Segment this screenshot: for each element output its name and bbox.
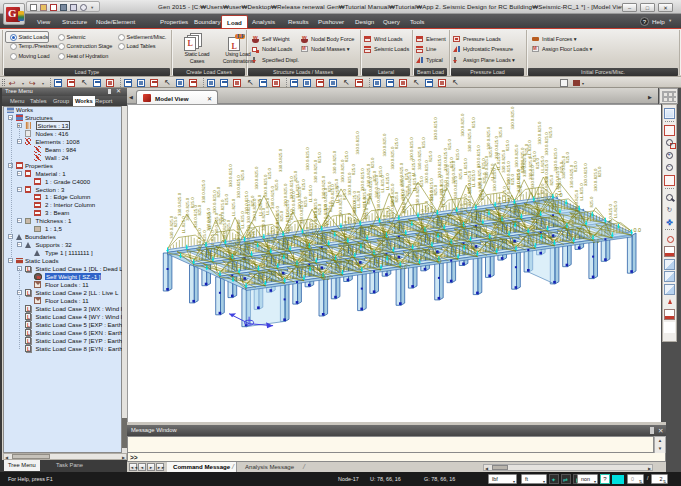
svg-text:330.0-825.0: 330.0-825.0: [322, 175, 327, 199]
svg-text:330.0-825.0: 330.0-825.0: [278, 148, 283, 172]
svg-text:LL-825.0: LL-825.0: [540, 183, 545, 201]
svg-text:825.0: 825.0: [303, 196, 308, 207]
svg-text:825.0: 825.0: [450, 157, 455, 168]
svg-text:825.0: 825.0: [396, 220, 401, 231]
svg-text:825.0: 825.0: [443, 180, 448, 191]
svg-text:825.0: 825.0: [482, 172, 487, 183]
svg-text:825.0: 825.0: [344, 151, 349, 162]
svg-text:330.0-825.0: 330.0-825.0: [467, 128, 472, 152]
svg-text:825.0: 825.0: [366, 193, 371, 204]
svg-text:825.0: 825.0: [498, 126, 503, 137]
svg-text:LL-825.0: LL-825.0: [411, 159, 416, 177]
svg-text:330.0-825.0: 330.0-825.0: [201, 179, 206, 203]
svg-text:0.0: 0.0: [593, 239, 600, 244]
svg-text:825.0: 825.0: [240, 169, 245, 180]
svg-text:825.0: 825.0: [419, 176, 424, 187]
svg-text:LL-825.0: LL-825.0: [231, 198, 236, 216]
svg-text:825.0: 825.0: [334, 178, 339, 189]
svg-text:825.0: 825.0: [358, 227, 363, 238]
svg-text:330.0-825.0: 330.0-825.0: [467, 170, 472, 194]
svg-text:825.0: 825.0: [458, 225, 463, 236]
svg-text:825.0: 825.0: [394, 138, 399, 149]
svg-text:LL-825.0: LL-825.0: [472, 170, 477, 188]
svg-text:LL-825.0: LL-825.0: [496, 153, 501, 171]
svg-text:825.0: 825.0: [455, 149, 460, 160]
svg-text:0.0: 0.0: [490, 237, 497, 242]
svg-text:825.0: 825.0: [565, 152, 570, 163]
svg-text:0.0: 0.0: [400, 265, 407, 270]
svg-text:825.0: 825.0: [274, 179, 279, 190]
svg-text:LL-825.0: LL-825.0: [386, 206, 391, 224]
svg-text:825.0: 825.0: [574, 208, 579, 219]
svg-text:825.0: 825.0: [394, 191, 399, 202]
svg-text:825.0: 825.0: [598, 166, 603, 177]
svg-text:825.0: 825.0: [370, 157, 375, 168]
svg-text:825.0: 825.0: [197, 204, 202, 215]
svg-text:825.0: 825.0: [351, 164, 356, 175]
svg-text:330.0-825.0: 330.0-825.0: [417, 146, 422, 170]
svg-text:330.0-825.0: 330.0-825.0: [390, 183, 395, 207]
svg-text:LL-825.0: LL-825.0: [497, 213, 502, 231]
svg-text:330.0-825.0: 330.0-825.0: [332, 150, 337, 174]
svg-text:825.0: 825.0: [428, 150, 433, 161]
svg-text:825.0: 825.0: [224, 194, 229, 205]
svg-text:330.0-825.0: 330.0-825.0: [486, 126, 491, 150]
svg-text:330.0-825.0: 330.0-825.0: [236, 221, 241, 245]
svg-text:825.0: 825.0: [488, 146, 493, 157]
svg-text:330.0-825.0: 330.0-825.0: [429, 178, 434, 202]
svg-text:330.0-825.0: 330.0-825.0: [360, 168, 365, 192]
svg-text:330.0-825.0: 330.0-825.0: [383, 133, 388, 157]
svg-text:825.0: 825.0: [257, 194, 262, 205]
svg-text:825.0: 825.0: [447, 138, 452, 149]
svg-text:330.0-825.0: 330.0-825.0: [476, 145, 481, 169]
svg-text:0.0: 0.0: [555, 192, 563, 198]
svg-text:825.0: 825.0: [435, 215, 440, 226]
svg-text:825.0: 825.0: [573, 161, 578, 172]
svg-text:825.0: 825.0: [281, 239, 286, 250]
svg-text:330.0-825.0: 330.0-825.0: [206, 208, 211, 232]
svg-text:825.0: 825.0: [421, 137, 426, 148]
svg-text:825.0: 825.0: [328, 201, 333, 212]
svg-text:825.0: 825.0: [216, 186, 221, 197]
svg-text:LL-825.0: LL-825.0: [502, 186, 507, 204]
svg-text:825.0: 825.0: [319, 233, 324, 244]
svg-text:330.0-825.0: 330.0-825.0: [510, 106, 515, 130]
svg-text:825.0: 825.0: [242, 248, 247, 259]
svg-text:825.0: 825.0: [405, 185, 410, 196]
svg-text:825.0: 825.0: [342, 189, 347, 200]
svg-text:825.0: 825.0: [317, 203, 322, 214]
svg-text:825.0: 825.0: [589, 196, 594, 207]
svg-text:825.0: 825.0: [536, 212, 541, 223]
svg-text:LL-825.0: LL-825.0: [463, 194, 468, 212]
svg-text:LL-825.0: LL-825.0: [265, 197, 270, 215]
svg-text:825.0: 825.0: [420, 231, 425, 242]
svg-text:330.0-825.0: 330.0-825.0: [460, 113, 465, 137]
svg-text:330.0-825.0: 330.0-825.0: [356, 131, 361, 155]
svg-text:825.0: 825.0: [559, 161, 564, 172]
svg-text:825.0: 825.0: [304, 249, 309, 260]
svg-text:330.0-825.0: 330.0-825.0: [409, 137, 414, 161]
svg-text:330.0-825.0: 330.0-825.0: [492, 168, 497, 192]
svg-text:330.0-825.0: 330.0-825.0: [255, 166, 260, 190]
svg-text:330.0-825.0: 330.0-825.0: [544, 160, 549, 184]
svg-text:330.0-825.0: 330.0-825.0: [399, 162, 404, 186]
svg-text:825.0: 825.0: [226, 219, 231, 230]
svg-text:825.0: 825.0: [520, 162, 525, 173]
svg-text:330.0-825.0: 330.0-825.0: [305, 147, 310, 171]
svg-text:330.0-825.0: 330.0-825.0: [583, 163, 588, 187]
svg-text:0.0: 0.0: [323, 276, 330, 281]
svg-text:LL-825.0: LL-825.0: [425, 200, 430, 218]
svg-text:825.0: 825.0: [293, 170, 298, 181]
svg-text:330.0-825.0: 330.0-825.0: [514, 144, 519, 168]
svg-text:330.0-825.0: 330.0-825.0: [228, 164, 233, 188]
svg-text:330.0-825.0: 330.0-825.0: [244, 191, 249, 215]
svg-text:825.0: 825.0: [173, 216, 178, 227]
svg-text:330.0-825.0: 330.0-825.0: [275, 205, 280, 229]
svg-text:825.0: 825.0: [251, 227, 256, 238]
svg-text:825.0: 825.0: [343, 243, 348, 254]
svg-text:330.0-825.0: 330.0-825.0: [433, 117, 438, 141]
svg-text:LL-825.0: LL-825.0: [381, 175, 386, 193]
svg-text:825.0: 825.0: [549, 174, 554, 185]
svg-text:825.0: 825.0: [473, 209, 478, 220]
svg-text:330.0-825.0: 330.0-825.0: [437, 155, 442, 179]
